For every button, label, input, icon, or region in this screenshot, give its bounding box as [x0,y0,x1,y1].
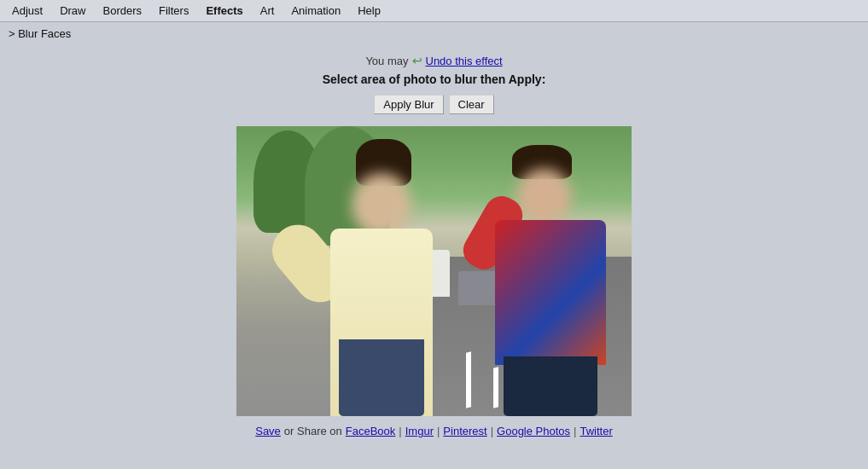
person1-blurred-face [352,173,411,237]
instruction-text: Select area of photo to blur then Apply: [323,72,546,86]
person1-jeans [339,339,424,416]
button-bar: Apply Blur Clear [374,95,493,114]
person2-blurred-face [516,169,572,224]
pinterest-link[interactable]: Pinterest [443,425,486,437]
person-2 [486,169,623,416]
imgur-link[interactable]: Imgur [405,425,434,437]
menu-animation[interactable]: Animation [283,2,349,20]
menu-adjust[interactable]: Adjust [3,2,51,20]
menu-effects[interactable]: Effects [197,2,251,20]
menu-art[interactable]: Art [252,2,283,20]
undo-icon: ↩ [412,54,422,67]
menu-bar: Adjust Draw Borders Filters Effects Art … [0,0,868,22]
undo-link[interactable]: Undo this effect [426,55,503,67]
sep-3: | [491,425,493,437]
main-content: You may ↩ Undo this effect Select area o… [0,45,868,437]
share-prefix: or Share on [284,425,342,437]
menu-filters[interactable]: Filters [150,2,197,20]
person2-jeans [504,356,597,416]
photo-background [236,126,632,416]
apply-blur-button[interactable]: Apply Blur [374,95,443,114]
sep-1: | [399,425,401,437]
menu-help[interactable]: Help [349,2,389,20]
undo-prefix: You may [365,55,408,67]
menu-draw[interactable]: Draw [51,2,94,20]
clear-button[interactable]: Clear [449,95,494,114]
sep-2: | [437,425,440,437]
share-bar: Save or Share on FaceBook | Imgur | Pint… [255,425,613,437]
menu-borders[interactable]: Borders [94,2,150,20]
breadcrumb: > Blur Faces [0,22,868,45]
facebook-link[interactable]: FaceBook [346,425,396,437]
undo-line: You may ↩ Undo this effect [365,54,502,67]
save-link[interactable]: Save [255,425,281,437]
google-photos-link[interactable]: Google Photos [497,425,570,437]
person-1 [305,143,475,416]
sep-4: | [574,425,576,437]
photo-canvas[interactable] [236,126,632,416]
person2-body [495,220,606,365]
twitter-link[interactable]: Twitter [580,425,612,437]
